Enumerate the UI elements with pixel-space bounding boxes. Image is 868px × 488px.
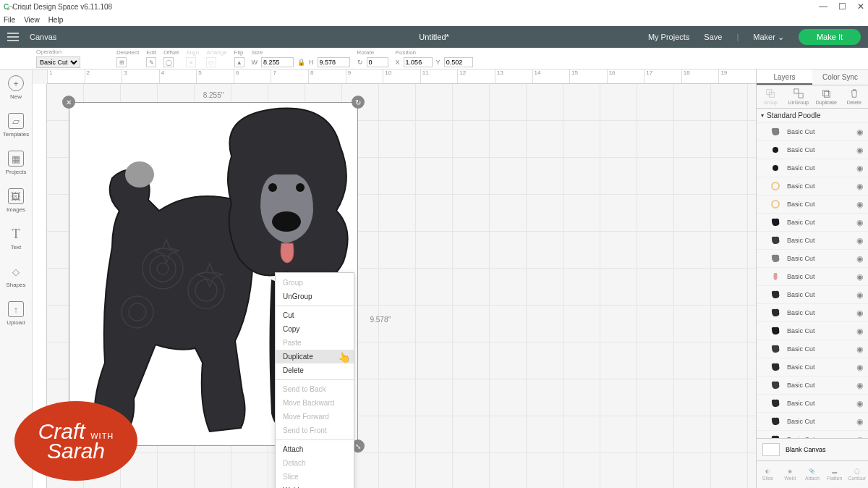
lock-aspect-icon[interactable]: 🔒: [297, 59, 305, 66]
visibility-eye-icon[interactable]: ◉: [856, 345, 864, 354]
save-button[interactable]: Save: [704, 33, 722, 41]
layer-row[interactable]: Basic Cut◉: [757, 358, 868, 376]
offset-icon[interactable]: ◯: [163, 57, 174, 67]
bottom-attach: 📎Attach: [801, 461, 824, 488]
shapes-tool[interactable]: ◇Shapes: [6, 264, 25, 288]
pos-y-input[interactable]: [444, 57, 473, 67]
layer-row[interactable]: Basic Cut◉: [757, 195, 868, 214]
minimize-icon[interactable]: —: [819, 1, 827, 12]
ctx-ungroup[interactable]: UnGroup: [276, 290, 354, 303]
visibility-eye-icon[interactable]: ◉: [856, 308, 864, 318]
pos-x-input[interactable]: [404, 57, 433, 67]
layer-row[interactable]: Basic Cut◉: [757, 214, 868, 232]
ctx-copy[interactable]: Copy: [276, 322, 354, 336]
layer-row[interactable]: Basic Cut◉: [757, 159, 868, 177]
visibility-eye-icon[interactable]: ◉: [856, 327, 864, 336]
panel-group[interactable]: Group: [757, 85, 785, 108]
visibility-eye-icon[interactable]: ◉: [856, 182, 864, 191]
visibility-eye-icon[interactable]: ◉: [856, 218, 864, 227]
layer-row[interactable]: Basic Cut◉: [757, 232, 868, 250]
layer-swatch-icon: [770, 379, 781, 391]
edit-icon[interactable]: ✎: [146, 57, 156, 67]
tab-color-sync[interactable]: Color Sync: [812, 70, 868, 85]
rotate-icon: ↻: [357, 59, 363, 66]
menu-help[interactable]: Help: [48, 16, 64, 24]
panel-duplicate[interactable]: Duplicate: [812, 85, 841, 108]
height-input[interactable]: [318, 57, 350, 67]
visibility-eye-icon[interactable]: ◉: [856, 200, 864, 209]
layer-row[interactable]: Basic Cut◉: [757, 322, 868, 340]
visibility-eye-icon[interactable]: ◉: [856, 127, 864, 137]
ungroup-icon: [793, 88, 804, 98]
svg-rect-13: [794, 89, 799, 93]
visibility-eye-icon[interactable]: ◉: [856, 146, 864, 155]
layer-row[interactable]: Basic Cut◉: [757, 340, 868, 358]
my-projects-link[interactable]: My Projects: [648, 33, 689, 41]
weld-icon: ◉: [788, 468, 792, 474]
blank-canvas-row[interactable]: Blank Canvas: [757, 438, 868, 460]
visibility-eye-icon[interactable]: ◉: [856, 399, 864, 408]
ctx-delete[interactable]: Delete: [276, 363, 354, 377]
width-input[interactable]: [261, 57, 294, 67]
flip-icon[interactable]: ▲: [234, 57, 244, 67]
menu-file[interactable]: File: [4, 16, 15, 24]
undo-icon[interactable]: ↶: [6, 4, 14, 14]
tab-layers[interactable]: Layers: [757, 70, 812, 85]
layer-row[interactable]: Basic Cut◉: [757, 431, 868, 438]
visibility-eye-icon[interactable]: ◉: [856, 381, 864, 390]
panel-ungroup[interactable]: UnGroup: [785, 85, 813, 108]
visibility-eye-icon[interactable]: ◉: [856, 363, 864, 372]
hamburger-icon[interactable]: [7, 33, 19, 41]
layer-row[interactable]: Basic Cut◉: [757, 286, 868, 304]
layer-row[interactable]: Basic Cut◉: [757, 268, 868, 286]
layer-swatch-icon: [770, 271, 781, 282]
images-tool[interactable]: 🖼Images: [7, 188, 25, 213]
layer-row[interactable]: Basic Cut◉: [757, 141, 868, 159]
layer-row[interactable]: Basic Cut◉: [757, 376, 868, 395]
canvas-grid[interactable]: 8.255" 9.578" ✕ ↻ ⤡: [47, 84, 756, 488]
operation-select[interactable]: Basic Cut: [36, 56, 80, 68]
visibility-eye-icon[interactable]: ◉: [856, 417, 864, 426]
visibility-eye-icon[interactable]: ◉: [856, 254, 864, 264]
cursor-icon: 👆: [337, 351, 352, 365]
ctx-cut[interactable]: Cut: [276, 308, 354, 322]
maximize-icon[interactable]: ☐: [838, 1, 846, 12]
menu-view[interactable]: View: [24, 16, 40, 24]
ctx-move-backward: Move Backward: [276, 396, 354, 410]
text-tool[interactable]: TText: [8, 226, 24, 251]
layer-group-header[interactable]: ▾ Standard Poodle: [757, 109, 868, 123]
deselect-icon[interactable]: ⊞: [116, 57, 127, 67]
visibility-eye-icon[interactable]: ◉: [856, 164, 864, 173]
ctx-weld[interactable]: Weld: [276, 484, 354, 488]
plus-icon: +: [8, 75, 24, 91]
ctx-send-front: Send to Front: [276, 424, 354, 437]
upload-tool[interactable]: ↑Upload: [7, 301, 25, 326]
layer-row[interactable]: Basic Cut◉: [757, 123, 868, 141]
layer-row[interactable]: Basic Cut◉: [757, 413, 868, 431]
layer-row[interactable]: Basic Cut◉: [757, 395, 868, 413]
canvas-area[interactable]: 12345678910111213141516171819 8.255" 9.5…: [33, 70, 756, 488]
make-it-button[interactable]: Make It: [799, 29, 861, 45]
visibility-eye-icon[interactable]: ◉: [856, 272, 864, 282]
rotate-input[interactable]: [367, 57, 388, 67]
layer-swatch-icon: [770, 216, 781, 228]
panel-delete[interactable]: Delete: [841, 85, 869, 108]
machine-selector[interactable]: Maker ⌄: [753, 33, 784, 42]
templates-tool[interactable]: ▱Templates: [3, 113, 29, 138]
svg-rect-16: [825, 91, 830, 97]
layer-row[interactable]: Basic Cut◉: [757, 304, 868, 322]
layer-label: Basic Cut: [787, 146, 815, 153]
visibility-eye-icon[interactable]: ◉: [856, 236, 864, 245]
projects-tool[interactable]: ▦Projects: [6, 151, 27, 175]
new-tool[interactable]: +New: [8, 75, 24, 100]
layer-row[interactable]: Basic Cut◉: [757, 250, 868, 268]
layer-label: Basic Cut: [787, 201, 815, 208]
visibility-eye-icon[interactable]: ◉: [856, 290, 864, 300]
context-menu: Group UnGroup Cut Copy Paste Duplicate D…: [275, 272, 354, 488]
ctx-attach[interactable]: Attach: [276, 442, 354, 456]
header-bar: Canvas Untitled* My Projects Save | Make…: [0, 26, 868, 48]
redo-icon[interactable]: ↷: [20, 4, 27, 14]
shapes-icon: ◇: [8, 264, 24, 279]
layer-row[interactable]: Basic Cut◉: [757, 177, 868, 195]
close-icon[interactable]: ✕: [857, 1, 864, 12]
